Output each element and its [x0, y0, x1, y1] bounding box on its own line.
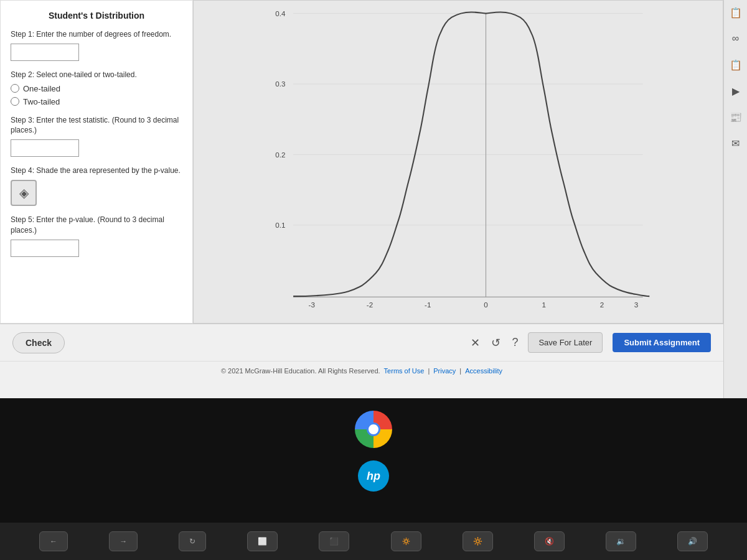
sidebar-icon-5[interactable]: 📰	[728, 110, 743, 124]
one-tailed-option[interactable]: One-tailed	[11, 84, 182, 93]
sidebar-icon-3[interactable]: 📋	[728, 57, 743, 72]
footer-separator2: |	[459, 367, 461, 375]
shade-icon: ◈	[19, 185, 29, 200]
accessibility-link[interactable]: Accessibility	[465, 367, 502, 375]
svg-text:0.1: 0.1	[275, 221, 285, 229]
save-button[interactable]: Save For Later	[528, 332, 603, 353]
step3-label: Step 3: Enter the test statistic. (Round…	[11, 115, 182, 136]
step5-input[interactable]	[11, 240, 79, 257]
key-forward[interactable]: →	[109, 531, 138, 551]
chrome-icon[interactable]	[355, 411, 392, 448]
one-tailed-radio[interactable]	[11, 84, 19, 93]
step2-label: Step 2: Select one-tailed or two-tailed.	[11, 70, 182, 80]
right-sidebar: 📋 ∞ 📋 ▶ 📰 ✉	[723, 0, 747, 398]
key-brightness-up[interactable]: 🔆	[463, 531, 493, 551]
key-back[interactable]: ←	[39, 531, 68, 551]
tail-radio-group: One-tailed Two-tailed	[11, 84, 182, 106]
two-tailed-option[interactable]: Two-tailed	[11, 97, 182, 106]
svg-text:-3: -3	[309, 301, 315, 309]
action-icons: ✕ ↺ ?	[471, 336, 518, 350]
chrome-inner	[367, 422, 380, 436]
svg-text:0: 0	[484, 301, 488, 309]
terms-link[interactable]: Terms of Use	[384, 367, 425, 375]
svg-text:0.4: 0.4	[275, 9, 286, 17]
sidebar-icon-6[interactable]: ✉	[728, 136, 743, 151]
svg-text:0.3: 0.3	[275, 80, 285, 88]
step1-input[interactable]	[11, 44, 79, 61]
svg-text:-1: -1	[425, 301, 431, 309]
sidebar-icon-2[interactable]: ∞	[728, 31, 743, 46]
step3-input[interactable]	[11, 139, 79, 157]
two-tailed-radio[interactable]	[11, 97, 19, 106]
svg-text:2: 2	[600, 301, 604, 309]
app-frame: 📋 ∞ 📋 ▶ 📰 ✉ Student's t Distribution Ste…	[0, 0, 747, 398]
copyright-text: © 2021 McGraw-Hill Education. All Rights…	[221, 367, 380, 375]
undo-icon[interactable]: ↺	[491, 336, 500, 350]
chart-panel: 0.4 0.3 0.2 0.1 -3 -2 -1 0 1 2 3	[193, 0, 723, 324]
bottom-bar: Check ✕ ↺ ? Save For Later Submit Assign…	[0, 324, 723, 361]
hp-logo: hp	[358, 460, 389, 492]
privacy-link[interactable]: Privacy	[433, 367, 456, 375]
two-tailed-label: Two-tailed	[23, 97, 60, 106]
chart-area: 0.4 0.3 0.2 0.1 -3 -2 -1 0 1 2 3	[194, 1, 723, 323]
one-tailed-label: One-tailed	[23, 84, 60, 93]
step5-label: Step 5: Enter the p-value. (Round to 3 d…	[11, 215, 182, 236]
svg-rect-0	[293, 14, 643, 297]
distribution-chart: 0.4 0.3 0.2 0.1 -3 -2 -1 0 1 2 3	[200, 7, 716, 317]
keyboard-bar: ← → ↻ ⬜ ⬛ 🔅 🔆 🔇 🔉 🔊	[0, 523, 747, 560]
step1-label: Step 1: Enter the number of degrees of f…	[11, 29, 182, 40]
shade-button[interactable]: ◈	[11, 180, 37, 206]
left-panel: Student's t Distribution Step 1: Enter t…	[0, 0, 193, 324]
footer: © 2021 McGraw-Hill Education. All Rights…	[0, 361, 723, 380]
key-mute[interactable]: 🔇	[534, 531, 565, 551]
taskbar: hp ← → ↻ ⬜ ⬛ 🔅 🔆 🔇 🔉 🔊	[0, 398, 747, 560]
svg-text:3: 3	[634, 301, 638, 309]
key-screenshot[interactable]: ⬛	[319, 531, 349, 551]
key-brightness-down[interactable]: 🔅	[391, 531, 421, 551]
sidebar-icon-4[interactable]: ▶	[728, 83, 743, 98]
key-fullscreen[interactable]: ⬜	[247, 531, 278, 551]
svg-text:1: 1	[542, 301, 546, 309]
key-refresh[interactable]: ↻	[179, 531, 206, 551]
key-vol-down[interactable]: 🔉	[606, 531, 636, 551]
close-icon[interactable]: ✕	[471, 336, 480, 350]
svg-text:0.2: 0.2	[275, 151, 285, 159]
panel-title: Student's t Distribution	[11, 11, 182, 21]
key-vol-up[interactable]: 🔊	[677, 531, 708, 551]
step4-label: Step 4: Shade the area represented by th…	[11, 166, 182, 176]
check-button[interactable]: Check	[12, 332, 65, 353]
submit-button[interactable]: Submit Assignment	[613, 333, 711, 352]
sidebar-icon-1[interactable]: 📋	[728, 5, 743, 20]
footer-separator1: |	[428, 367, 430, 375]
svg-text:-2: -2	[367, 301, 373, 309]
help-icon[interactable]: ?	[512, 336, 518, 349]
main-content: Student's t Distribution Step 1: Enter t…	[0, 0, 723, 324]
